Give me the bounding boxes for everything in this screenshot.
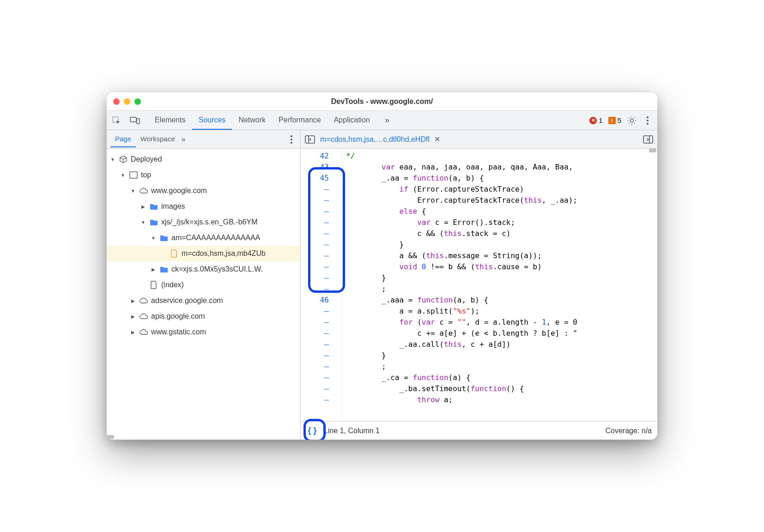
tree-arrow-icon[interactable]: ▶ xyxy=(150,267,157,272)
tree-arrow-icon[interactable]: ▼ xyxy=(140,220,146,225)
panel-tab-application[interactable]: Application xyxy=(327,111,376,130)
code-line[interactable]: } xyxy=(346,272,657,284)
code-line[interactable]: for (var c = "", d = a.length - 1, e = 0 xyxy=(346,317,657,328)
gutter-line[interactable]: – xyxy=(301,306,329,317)
gutter-line[interactable]: 42 xyxy=(301,151,329,162)
code-line[interactable]: */ xyxy=(346,151,657,162)
svg-rect-1 xyxy=(130,117,136,122)
tree-item[interactable]: (index) xyxy=(107,277,300,293)
code-line[interactable]: _.aa = function(a, b) { xyxy=(346,173,657,184)
code-editor[interactable]: 424345––––––––––46––––––––– */ var eaa, … xyxy=(301,149,657,421)
toggle-navigator-icon[interactable] xyxy=(304,134,315,145)
code-line[interactable]: ; xyxy=(346,361,657,372)
inspect-element-icon[interactable] xyxy=(111,115,121,126)
gutter-line[interactable]: – xyxy=(301,228,329,239)
open-file-tab[interactable]: m=cdos,hsm,jsa,…c,dtl0hd,eHDfl ✕ xyxy=(320,135,440,144)
scroll-thumb-top[interactable] xyxy=(649,149,656,152)
navigator-tab-page[interactable]: Page xyxy=(110,131,136,147)
gutter-line[interactable]: – xyxy=(301,383,329,394)
gutter-line[interactable]: – xyxy=(301,206,329,217)
gutter-line[interactable]: – xyxy=(301,284,329,295)
code-line[interactable]: _.ba.setTimeout(function() { xyxy=(346,383,657,394)
pretty-print-icon[interactable]: { } xyxy=(306,425,318,437)
tree-item[interactable]: ▼www.google.com xyxy=(107,183,300,199)
main-toolbar: ElementsSourcesNetworkPerformanceApplica… xyxy=(107,111,657,130)
tree-item[interactable]: ▼Deployed xyxy=(107,151,300,167)
tree-arrow-icon[interactable]: ▼ xyxy=(109,157,116,162)
tree-item[interactable]: ▼top xyxy=(107,167,300,183)
line-gutter[interactable]: 424345––––––––––46––––––––– xyxy=(301,149,342,421)
tree-arrow-icon[interactable]: ▼ xyxy=(150,236,157,241)
code-line[interactable]: else { xyxy=(346,206,657,217)
error-count[interactable]: ✕ 1 xyxy=(589,116,602,124)
gutter-line[interactable]: – xyxy=(301,394,329,405)
device-mode-icon[interactable] xyxy=(130,115,140,126)
code-line[interactable]: a = a.split("%s"); xyxy=(346,306,657,317)
code-line[interactable]: var c = Error().stack; xyxy=(346,217,657,228)
tree-item[interactable]: ▶ck=xjs.s.0Mx5ys3sCUI.L.W. xyxy=(107,261,300,277)
code-line[interactable]: _.aaa = function(a, b) { xyxy=(346,295,657,306)
settings-icon[interactable] xyxy=(627,115,637,126)
code-line[interactable]: void 0 !== b && (this.cause = b) xyxy=(346,261,657,272)
tree-arrow-icon[interactable]: ▶ xyxy=(130,314,136,319)
navigator-more-tabs-icon[interactable]: » xyxy=(182,135,186,144)
toggle-debugger-icon[interactable] xyxy=(643,134,654,145)
tree-item[interactable]: ▶images xyxy=(107,199,300,214)
navigator-tab-workspace[interactable]: Workspace xyxy=(136,131,180,147)
gutter-line[interactable]: – xyxy=(301,272,329,284)
gutter-line[interactable]: 45 xyxy=(301,173,329,184)
navigator-options-icon[interactable] xyxy=(286,134,297,145)
file-tree: ▼Deployed▼top▼www.google.com▶images▼xjs/… xyxy=(107,149,300,440)
code-line[interactable]: _.aa.call(this, c + a[d]) xyxy=(346,339,657,350)
gutter-line[interactable]: – xyxy=(301,350,329,361)
gutter-line[interactable]: – xyxy=(301,250,329,261)
tree-item[interactable]: ▼xjs/_/js/k=xjs.s.en_GB.-b6YM xyxy=(107,214,300,230)
tree-item[interactable]: ▶adservice.google.com xyxy=(107,293,300,308)
gutter-line[interactable]: 46 xyxy=(301,295,329,306)
gutter-line[interactable]: – xyxy=(301,361,329,372)
navigator-tabs: PageWorkspace » xyxy=(107,130,300,149)
panel-tabs: ElementsSourcesNetworkPerformanceApplica… xyxy=(148,111,376,130)
code-line[interactable]: var eaa, naa, jaa, oaa, paa, qaa, Aaa, B… xyxy=(346,162,657,173)
tree-item[interactable]: ▶www.gstatic.com xyxy=(107,324,300,340)
tree-item[interactable]: ▶apis.google.com xyxy=(107,308,300,324)
more-options-icon[interactable] xyxy=(643,115,653,126)
code-line[interactable]: Error.captureStackTrace(this, _.aa); xyxy=(346,195,657,206)
gutter-line[interactable]: – xyxy=(301,239,329,250)
close-file-tab-icon[interactable]: ✕ xyxy=(434,135,440,144)
code-line[interactable]: if (Error.captureStackTrace) xyxy=(346,184,657,195)
gutter-line[interactable]: – xyxy=(301,195,329,206)
panel-tab-network[interactable]: Network xyxy=(232,111,272,130)
gutter-line[interactable]: – xyxy=(301,339,329,350)
code-line[interactable]: } xyxy=(346,350,657,361)
gutter-line[interactable]: – xyxy=(301,328,329,339)
gutter-line[interactable]: – xyxy=(301,217,329,228)
gutter-line[interactable]: – xyxy=(301,261,329,272)
gutter-line[interactable]: – xyxy=(301,317,329,328)
code-line[interactable]: c && (this.stack = c) xyxy=(346,228,657,239)
gutter-line[interactable]: – xyxy=(301,184,329,195)
tree-arrow-icon[interactable]: ▶ xyxy=(130,298,136,303)
code-line[interactable]: } xyxy=(346,239,657,250)
panel-tab-sources[interactable]: Sources xyxy=(192,111,232,130)
code-line[interactable]: c += a[e] + (e < b.length ? b[e] : " xyxy=(346,328,657,339)
tree-arrow-icon[interactable]: ▶ xyxy=(130,330,136,335)
tree-arrow-icon[interactable]: ▼ xyxy=(120,173,126,178)
scroll-thumb[interactable] xyxy=(108,435,114,439)
tree-item[interactable]: ▼am=CAAAAAAAAAAAAAA xyxy=(107,230,300,246)
warning-count[interactable]: ! 5 xyxy=(608,116,621,124)
code-line[interactable]: throw a; xyxy=(346,394,657,405)
code-line[interactable]: _.ca = function(a) { xyxy=(346,372,657,383)
gutter-line[interactable]: – xyxy=(301,372,329,383)
panel-tab-elements[interactable]: Elements xyxy=(148,111,192,130)
tree-arrow-icon[interactable]: ▶ xyxy=(140,204,146,209)
panel-tab-performance[interactable]: Performance xyxy=(272,111,327,130)
code-content[interactable]: */ var eaa, naa, jaa, oaa, paa, qaa, Aaa… xyxy=(342,149,657,421)
code-line[interactable]: a && (this.message = String(a)); xyxy=(346,250,657,261)
tree-item-label: m=cdos,hsm,jsa,mb4ZUb xyxy=(182,249,266,258)
gutter-line[interactable]: 43 xyxy=(301,162,329,173)
code-line[interactable]: ; xyxy=(346,284,657,295)
more-panels-icon[interactable]: » xyxy=(385,115,389,125)
tree-item[interactable]: m=cdos,hsm,jsa,mb4ZUb xyxy=(107,246,300,261)
tree-arrow-icon[interactable]: ▼ xyxy=(130,188,136,193)
